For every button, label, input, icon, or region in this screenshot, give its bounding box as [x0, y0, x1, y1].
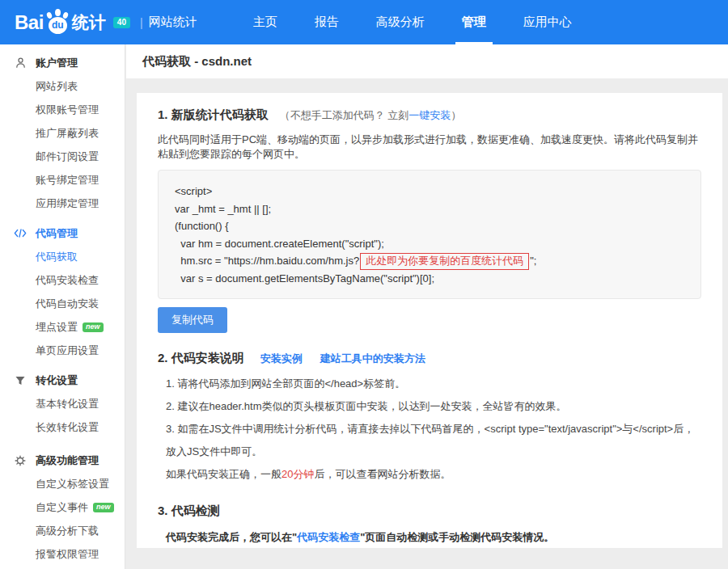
- content-background: 1. 新版统计代码获取 （不想手工添加代码？ 立刻一键安装） 此代码同时适用于P…: [126, 78, 728, 548]
- one-click-install-link[interactable]: 一键安装: [408, 109, 451, 121]
- nav-item-home[interactable]: 主页: [235, 0, 296, 44]
- tracking-code-block: <script> var _hmt = _hmt || []; (functio…: [158, 170, 701, 299]
- sidebar-group-advanced-features[interactable]: 高级功能管理: [0, 449, 125, 472]
- main-content: 代码获取 - csdn.net 1. 新版统计代码获取 （不想手工添加代码？ 立…: [126, 44, 728, 569]
- code-install-check-link[interactable]: 代码安装检查: [297, 531, 360, 543]
- time-highlight: 20分钟: [281, 468, 314, 480]
- sidebar-item-permission-accounts[interactable]: 权限账号管理: [0, 98, 125, 121]
- sidebar-item-code-auto-install[interactable]: 代码自动安装: [0, 292, 125, 315]
- sidebar-item-promo-block-list[interactable]: 推广屏蔽列表: [0, 121, 125, 145]
- section1-description: 此代码同时适用于PC端、移动端的页面，以异步加载形式进行加载，数据更准确、加载速…: [158, 133, 701, 162]
- section1-heading: 1. 新版统计代码获取 （不想手工添加代码？ 立刻一键安装）: [158, 107, 701, 123]
- logo-text-bai: Bai: [15, 11, 44, 34]
- nav-item-advanced-analysis[interactable]: 高级分析: [358, 0, 443, 44]
- sidebar-group-account[interactable]: 账户管理: [0, 51, 125, 74]
- section2-heading: 2. 代码安装说明 安装实例 建站工具中的安装方法: [158, 351, 701, 366]
- sidebar-item-basic-conversion[interactable]: 基本转化设置: [0, 392, 125, 415]
- level-badge: 40: [113, 17, 130, 28]
- code-line: (function() {: [175, 217, 684, 235]
- sidebar-item-code-get[interactable]: 代码获取: [0, 245, 125, 268]
- sidebar-item-site-list[interactable]: 网站列表: [0, 74, 125, 98]
- section1-hint: （不想手工添加代码？ 立刻一键安装）: [280, 108, 462, 123]
- sidebar-item-longterm-conversion[interactable]: 长效转化设置: [0, 415, 125, 439]
- baidu-paw-icon: du: [44, 9, 71, 35]
- sidebar-item-custom-label-settings[interactable]: 自定义标签设置: [0, 472, 125, 495]
- page-title-bar: 代码获取 - csdn.net: [126, 44, 728, 78]
- install-step-1: 1. 请将代码添加到网站全部页面的</head>标签前。: [166, 373, 701, 395]
- code-line: var _hmt = _hmt || [];: [175, 200, 684, 218]
- logo-divider: |: [140, 16, 143, 29]
- sidebar: 账户管理 网站列表 权限账号管理 推广屏蔽列表 邮件订阅设置 账号绑定管理 应用…: [0, 44, 125, 569]
- code-line-src: hm.src = "https://hm.baidu.com/hm.js?此处即…: [175, 252, 684, 270]
- install-step-3: 3. 如需在JS文件中调用统计分析代码，请直接去掉以下代码首尾的，<script…: [166, 418, 701, 463]
- top-header: Bai du 统计 40 | 网站统计 主页 报告 高级分析 管理 应用中心: [0, 0, 728, 44]
- code-annotation-box: 此处即为你要复制的百度统计代码: [360, 253, 529, 270]
- install-instructions: 1. 请将代码添加到网站全部页面的</head>标签前。 2. 建议在heade…: [158, 373, 701, 486]
- site-builder-install-link[interactable]: 建站工具中的安装方法: [320, 352, 425, 366]
- page-title: 代码获取 - csdn.net: [142, 54, 252, 70]
- baidu-tongji-logo[interactable]: Bai du 统计 40 | 网站统计: [0, 9, 197, 36]
- sidebar-item-account-binding[interactable]: 账号绑定管理: [0, 168, 125, 192]
- content-card: 1. 新版统计代码获取 （不想手工添加代码？ 立刻一键安装） 此代码同时适用于P…: [137, 93, 722, 548]
- sidebar-item-app-binding[interactable]: 应用绑定管理: [0, 192, 125, 215]
- gear-icon: [14, 454, 27, 467]
- sidebar-group-conversion[interactable]: 转化设置: [0, 369, 125, 392]
- new-badge: new: [83, 322, 104, 332]
- new-badge: new: [93, 503, 114, 512]
- section3-heading: 3. 代码检测: [158, 504, 701, 519]
- user-icon: [14, 57, 27, 70]
- sidebar-item-advanced-analysis-download[interactable]: 高级分析下载: [0, 519, 125, 542]
- sidebar-item-email-subscription[interactable]: 邮件订阅设置: [0, 145, 125, 168]
- nav-item-app-center[interactable]: 应用中心: [505, 0, 590, 44]
- section2-links: 安装实例 建站工具中的安装方法: [260, 352, 425, 366]
- sidebar-item-tracking-settings[interactable]: 埋点设置new: [0, 315, 125, 339]
- sidebar-item-code-install-check[interactable]: 代码安装检查: [0, 268, 125, 292]
- product-name: 网站统计: [149, 15, 197, 30]
- copy-code-button[interactable]: 复制代码: [158, 307, 227, 333]
- install-step-2: 2. 建议在header.htm类似的页头模板页面中安装，以达到一处安装，全站皆…: [166, 395, 701, 418]
- sidebar-group-code-management[interactable]: 代码管理: [0, 221, 125, 245]
- funnel-icon: [14, 374, 27, 387]
- code-line: var hm = document.createElement("script"…: [175, 235, 684, 253]
- code-line: <script>: [175, 183, 684, 200]
- nav-item-reports[interactable]: 报告: [296, 0, 358, 44]
- section3-paragraph: 代码安装完成后，您可以在"代码安装检查"页面自动检测或手动检测代码安装情况。: [158, 530, 701, 545]
- logo-text-tongji: 统计: [72, 11, 106, 34]
- logo-text-du: du: [49, 17, 67, 34]
- nav-item-management[interactable]: 管理: [443, 0, 505, 44]
- code-icon: [14, 227, 27, 240]
- install-example-link[interactable]: 安装实例: [260, 352, 303, 366]
- sidebar-item-custom-events[interactable]: 自定义事件new: [0, 495, 125, 519]
- install-note: 如果代码安装正确，一般20分钟后，可以查看网站分析数据。: [166, 463, 701, 486]
- sidebar-item-alert-permission[interactable]: 报警权限管理: [0, 542, 125, 566]
- sidebar-item-spa-settings[interactable]: 单页应用设置: [0, 339, 125, 362]
- sidebar-item-baidu-promo-auth[interactable]: 百度推广授权new: [0, 566, 125, 569]
- code-line: var s = document.getElementsByTagName("s…: [175, 270, 684, 288]
- top-nav: 主页 报告 高级分析 管理 应用中心: [235, 0, 590, 44]
